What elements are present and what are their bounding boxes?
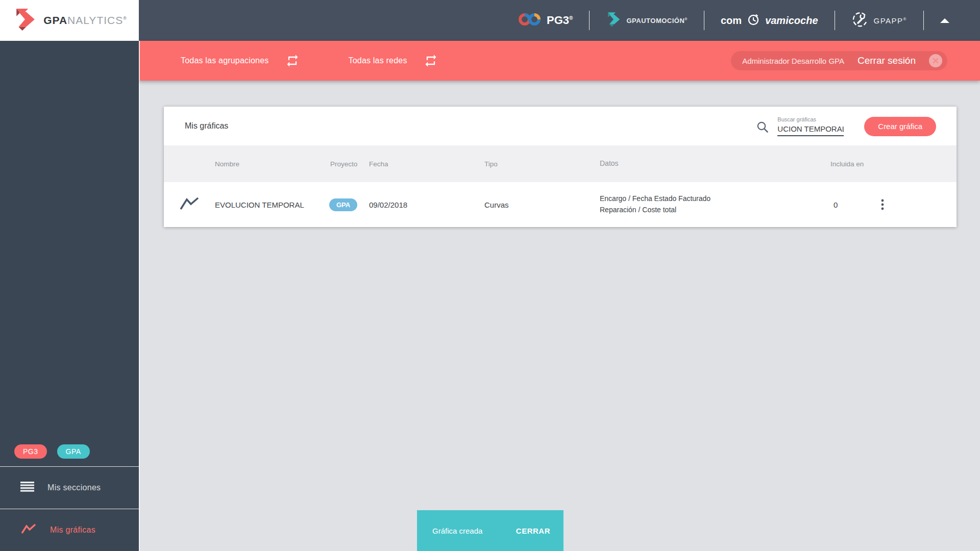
cell-project: GPA <box>330 198 369 211</box>
logout-close-icon[interactable] <box>929 54 942 67</box>
swap-networks-icon[interactable] <box>424 54 438 68</box>
wrench-gauge-icon <box>851 11 869 30</box>
create-chart-button[interactable]: Crear gráfica <box>864 117 936 136</box>
sidebar: GPANALYTICS® PG3 GPA Mis secciones Mis g… <box>0 0 139 551</box>
filter-bar: Todas las agrupaciones Todas las redes A… <box>139 41 980 81</box>
comprovamicoche-pre: com <box>721 15 742 27</box>
gpa-analytics-logo[interactable]: GPANALYTICS® <box>0 0 139 41</box>
user-name: Administrador Desarrollo GPA <box>742 57 844 65</box>
stopwatch-icon <box>747 13 760 29</box>
swap-groupings-icon[interactable] <box>285 54 300 68</box>
search-input[interactable] <box>777 123 844 136</box>
charts-card: Mis gráficas Buscar gráficas Crear gráfi… <box>164 107 957 227</box>
groupings-filter[interactable]: Todas las agrupaciones <box>181 56 269 65</box>
pg3-logo[interactable]: PG3® <box>518 11 573 30</box>
gpautomocion-logo[interactable]: GPAUTOMOCIÓN® <box>606 12 688 29</box>
menu-icon <box>20 481 34 494</box>
card-header: Mis gráficas Buscar gráficas Crear gráfi… <box>164 107 957 145</box>
column-header-proyecto: Proyecto <box>330 160 369 168</box>
gpapp-logo[interactable]: GPAPP® <box>851 11 907 30</box>
column-header-incluida-en: Incluida en <box>830 160 873 168</box>
header-divider <box>589 11 590 30</box>
cell-data: Encargo / Fecha Estado Facturado Reparac… <box>600 193 830 215</box>
cell-actions <box>873 198 957 211</box>
row-type-icon-cell <box>164 196 215 214</box>
header-divider <box>835 11 835 30</box>
cell-date: 09/02/2018 <box>369 201 484 209</box>
gpautomocion-arrow-icon <box>606 12 621 29</box>
page-title: Mis gráficas <box>185 121 228 131</box>
cell-data-line2: Reparación / Coste total <box>600 205 830 216</box>
search-group: Buscar gráficas Crear gráfica <box>756 116 936 136</box>
kebab-menu-icon[interactable] <box>876 198 889 211</box>
logout-button[interactable]: Cerrar sesión <box>857 55 916 66</box>
search-icon <box>756 120 769 134</box>
project-badge: GPA <box>329 198 357 211</box>
toast-message: Gráfica creada <box>432 527 482 535</box>
column-header-tipo: Tipo <box>484 160 600 168</box>
pg3-wordmark: PG3® <box>547 14 573 27</box>
gpa-badge[interactable]: GPA <box>57 444 90 459</box>
collapse-caret-icon[interactable] <box>940 18 949 23</box>
header-divider <box>923 11 924 30</box>
gpa-analytics-arrow-icon <box>12 8 38 33</box>
cell-type: Curvas <box>484 201 600 209</box>
pg3-infinity-icon <box>518 11 542 30</box>
pg3-badge[interactable]: PG3 <box>14 444 47 459</box>
gpautomocion-wordmark: GPAUTOMOCIÓN® <box>626 17 688 24</box>
networks-filter[interactable]: Todas las redes <box>349 56 407 65</box>
sidebar-spacer <box>0 41 139 437</box>
header-divider <box>704 11 704 30</box>
included-in-count: 0 <box>830 201 838 209</box>
sidebar-item-label: Mis secciones <box>47 483 101 492</box>
top-header: PG3® GPAUTOMOCIÓN® com vamicoche <box>139 0 980 41</box>
search-field-label: Buscar gráficas <box>777 116 844 122</box>
toast-close-button[interactable]: CERRAR <box>511 521 555 540</box>
user-session-pill: Administrador Desarrollo GPA Cerrar sesi… <box>731 51 947 70</box>
toast-snackbar: Gráfica creada CERRAR <box>417 510 564 551</box>
gpapp-wordmark: GPAPP® <box>874 16 907 25</box>
cell-name: EVOLUCION TEMPORAL <box>215 201 330 209</box>
cell-included-in: 0 <box>830 201 873 209</box>
table-header-row: Nombre Proyecto Fecha Tipo Datos Incluid… <box>164 145 957 182</box>
brand-wordmark: GPANALYTICS® <box>43 14 127 27</box>
search-field-wrap: Buscar gráficas <box>777 116 844 136</box>
column-header-fecha: Fecha <box>369 160 484 168</box>
cell-data-line1: Encargo / Fecha Estado Facturado <box>600 193 830 205</box>
column-header-datos: Datos <box>600 158 830 169</box>
sidebar-badges: PG3 GPA <box>0 437 139 466</box>
sidebar-item-mis-secciones[interactable]: Mis secciones <box>0 467 139 509</box>
column-header-nombre: Nombre <box>215 160 330 168</box>
content-area: Mis gráficas Buscar gráficas Crear gráfi… <box>139 81 980 551</box>
chart-line-icon <box>179 196 200 214</box>
sidebar-item-mis-graficas[interactable]: Mis gráficas <box>0 509 139 551</box>
chart-line-icon <box>20 523 37 537</box>
table-row[interactable]: EVOLUCION TEMPORAL GPA 09/02/2018 Curvas… <box>164 182 957 227</box>
comprovamicoche-post: vamicoche <box>765 15 818 27</box>
comprovamicoche-logo[interactable]: com vamicoche <box>721 13 818 29</box>
sidebar-item-label: Mis gráficas <box>50 525 95 535</box>
